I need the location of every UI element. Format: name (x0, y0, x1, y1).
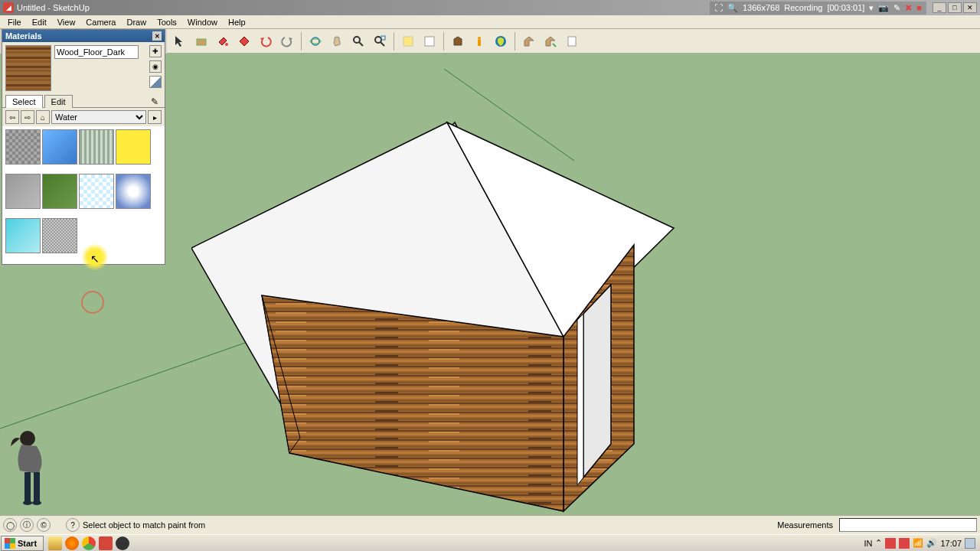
sketchup-taskbar-icon[interactable] (99, 536, 113, 550)
pan-tool[interactable] (327, 31, 347, 51)
panel-close-button[interactable]: ✕ (152, 31, 162, 41)
share-model-tool[interactable] (519, 31, 539, 51)
swatch-water-cyan[interactable] (5, 218, 41, 253)
add-location-tool[interactable] (398, 31, 418, 51)
eraser-tool[interactable] (234, 31, 254, 51)
material-preview[interactable] (5, 45, 51, 91)
show-desktop-button[interactable] (965, 538, 975, 549)
tray-chevron-icon[interactable]: ⌃ (875, 538, 882, 548)
pause-icon[interactable]: ✖ (905, 3, 912, 13)
rec-label: Recording (784, 3, 822, 12)
tab-edit[interactable]: Edit (44, 95, 73, 108)
camera-icon[interactable]: 📷 (878, 3, 889, 13)
chrome-icon[interactable] (82, 536, 96, 550)
measurements-input[interactable] (839, 518, 977, 532)
recorder-taskbar-icon[interactable] (116, 536, 129, 550)
menu-window[interactable]: Window (183, 17, 222, 28)
svg-point-31 (20, 431, 35, 446)
toolbar-separator (301, 32, 302, 51)
swatch-water-stripes[interactable] (79, 129, 114, 165)
recording-overlay[interactable]: ⛶ 🔍 1366x768 Recording [00:03:01] ▾ 📷 ✎ … (710, 2, 926, 15)
credits-icon[interactable]: ⓘ (20, 518, 34, 532)
paint-bucket-tool[interactable] (213, 31, 233, 51)
create-material-button[interactable]: ✚ (149, 45, 162, 57)
start-label: Start (18, 539, 37, 548)
scale-figure[interactable] (5, 428, 66, 512)
network-icon[interactable]: 📶 (913, 538, 923, 548)
main-toolbar (167, 29, 980, 54)
house-model[interactable] (191, 115, 727, 515)
chevron-down-icon[interactable]: ▾ (869, 3, 874, 13)
set-default-button[interactable]: ◉ (149, 60, 162, 73)
3d-warehouse-tool[interactable] (491, 31, 511, 51)
menu-draw[interactable]: Draw (122, 17, 151, 28)
clock[interactable]: 17:07 (940, 539, 962, 548)
language-indicator[interactable]: IN (864, 539, 872, 548)
minimize-button[interactable]: _ (933, 2, 946, 13)
statusbar: ◯ ⓘ © ? Select object to match paint fro… (0, 515, 980, 534)
swatch-water-noise[interactable] (42, 218, 77, 253)
nav-back-button[interactable]: ⇦ (5, 110, 19, 124)
print-tool[interactable] (562, 31, 582, 51)
materials-panel[interactable]: Materials ✕ ✚ ◉ Select Edit ✎ ⇦ ⇨ ⌂ Wate… (2, 29, 165, 265)
menu-camera[interactable]: Camera (81, 17, 120, 28)
redo-tool[interactable] (277, 31, 297, 51)
tray-shield-icon[interactable] (899, 538, 910, 549)
material-name-input[interactable] (54, 45, 139, 59)
menu-help[interactable]: Help (224, 17, 250, 28)
svg-point-34 (23, 500, 32, 505)
claim-icon[interactable]: © (37, 518, 51, 532)
zoom-tool[interactable] (348, 31, 368, 51)
help-icon[interactable]: ? (66, 518, 80, 532)
details-button[interactable]: ▸ (148, 110, 162, 124)
rec-resolution: 1366x768 (743, 3, 779, 12)
menu-file[interactable]: File (3, 17, 26, 28)
toggle-terrain-tool[interactable] (420, 31, 439, 51)
materials-header: ✚ ◉ (2, 42, 165, 94)
tab-select[interactable]: Select (5, 95, 43, 108)
category-select[interactable]: Water (51, 110, 146, 124)
svg-marker-23 (583, 285, 611, 478)
zoom-extents-tool[interactable] (370, 31, 390, 51)
person-tool[interactable] (469, 31, 489, 51)
materials-titlebar[interactable]: Materials ✕ (2, 30, 165, 42)
svg-rect-12 (478, 40, 481, 46)
menu-tools[interactable]: Tools (152, 17, 181, 28)
swatch-water-yellow[interactable] (116, 129, 151, 165)
system-tray: IN ⌃ 📶 🔊 17:07 (859, 538, 980, 549)
get-models-tool[interactable] (448, 31, 468, 51)
default-material-icon[interactable] (149, 76, 162, 88)
export-tool[interactable] (541, 31, 560, 51)
swatch-water-grid[interactable] (79, 174, 114, 209)
volume-icon[interactable]: 🔊 (926, 538, 937, 548)
svg-point-1 (225, 43, 228, 46)
menu-edit[interactable]: Edit (28, 17, 51, 28)
close-button[interactable]: ✕ (963, 2, 977, 13)
explorer-icon[interactable] (48, 536, 62, 550)
pencil-icon[interactable]: ✎ (893, 3, 900, 13)
toolbar-separator (443, 32, 444, 51)
orbit-tool[interactable] (305, 31, 325, 51)
make-component-tool[interactable] (191, 31, 211, 51)
nav-home-button[interactable]: ⌂ (36, 110, 50, 124)
sample-paint-icon[interactable]: ✎ (151, 96, 158, 107)
swatch-water-green[interactable] (42, 174, 77, 209)
swatch-water-rough[interactable] (5, 129, 41, 165)
start-button[interactable]: Start (1, 536, 44, 551)
menu-view[interactable]: View (53, 17, 80, 28)
maximize-button[interactable]: □ (948, 2, 962, 13)
swatch-water-gray[interactable] (5, 174, 41, 209)
swatch-water-blue[interactable] (42, 129, 77, 165)
undo-tool[interactable] (256, 31, 276, 51)
svg-rect-9 (403, 37, 413, 46)
toolbar-separator (514, 32, 515, 51)
geo-location-icon[interactable]: ◯ (3, 518, 17, 532)
nav-forward-button[interactable]: ⇨ (21, 110, 34, 124)
tray-flag-icon[interactable] (885, 538, 896, 549)
swatch-water-clouds[interactable] (116, 174, 151, 209)
app-icon: ◢ (3, 2, 14, 13)
media-player-icon[interactable] (65, 536, 79, 550)
select-tool[interactable] (170, 31, 190, 51)
stop-icon[interactable]: ■ (916, 3, 922, 12)
menubar: File Edit View Camera Draw Tools Window … (0, 15, 980, 29)
